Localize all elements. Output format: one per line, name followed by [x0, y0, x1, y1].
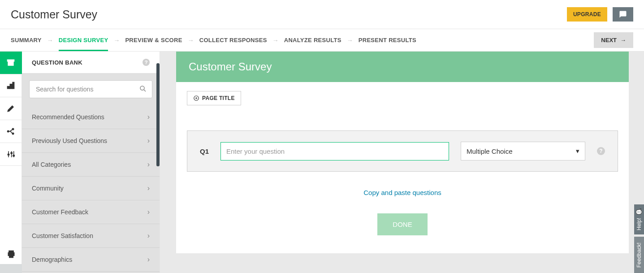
- cat-customer-satisfaction[interactable]: Customer Satisfaction›: [22, 224, 160, 248]
- nav-present-results[interactable]: PRESENT RESULTS: [359, 37, 416, 43]
- done-button[interactable]: DONE: [377, 213, 427, 235]
- survey-banner: Customer Survey: [176, 52, 629, 82]
- rail-question-bank[interactable]: [0, 52, 22, 74]
- svg-point-5: [12, 128, 13, 130]
- blocks-icon: [6, 81, 15, 90]
- chevron-right-icon: ›: [147, 184, 150, 192]
- svg-rect-0: [8, 60, 14, 61]
- rail-options[interactable]: [0, 143, 22, 165]
- cat-customer-feedback[interactable]: Customer Feedback›: [22, 200, 160, 224]
- svg-point-10: [140, 86, 144, 90]
- next-label: NEXT: [601, 37, 617, 43]
- question-text-input[interactable]: [220, 142, 449, 160]
- header-actions: UPGRADE: [567, 7, 633, 22]
- cat-label: Previously Used Questions: [32, 137, 107, 144]
- chevron-right-icon: ›: [147, 160, 150, 169]
- sidebar-title: QUESTION BANK: [32, 59, 82, 66]
- chevron-right-icon: ›: [147, 256, 150, 264]
- question-number: Q1: [200, 147, 209, 155]
- caret-down-icon: ▾: [576, 147, 579, 155]
- chat-icon: [618, 10, 627, 18]
- svg-point-6: [12, 133, 13, 134]
- nav-preview-score[interactable]: PREVIEW & SCORE: [125, 37, 182, 43]
- cat-all[interactable]: All Categories›: [22, 153, 160, 177]
- workflow-nav: SUMMARY → DESIGN SURVEY → PREVIEW & SCOR…: [0, 29, 644, 52]
- sidebar-header: QUESTION BANK ?: [22, 52, 160, 73]
- cat-label: Demographics: [32, 256, 72, 263]
- svg-rect-9: [9, 255, 13, 258]
- nav-summary[interactable]: SUMMARY: [11, 37, 42, 43]
- cat-previously-used[interactable]: Previously Used Questions›: [22, 129, 160, 153]
- tool-rail: [0, 52, 22, 273]
- rail-collapse-tab[interactable]: [0, 264, 22, 273]
- help-icon[interactable]: ?: [143, 59, 150, 66]
- question-type-select[interactable]: Multiple Choice ▾: [461, 142, 585, 160]
- chevron-right-icon: →: [347, 37, 353, 44]
- search-icon: [139, 85, 147, 95]
- cat-label: Customer Feedback: [32, 208, 88, 216]
- chevron-right-icon: ›: [147, 208, 150, 216]
- chevron-right-icon: ›: [147, 113, 150, 121]
- app-header: Customer Survey UPGRADE: [0, 0, 644, 29]
- print-icon: [7, 250, 16, 259]
- survey-page: PAGE TITLE Q1 Multiple Choice ▾ ? Copy a…: [176, 82, 629, 253]
- svg-rect-1: [8, 87, 10, 89]
- chevron-right-icon: →: [113, 37, 120, 44]
- pencil-icon: [6, 104, 15, 113]
- nav-analyze-results[interactable]: ANALYZE RESULTS: [284, 37, 341, 43]
- cat-label: Recommended Questions: [32, 113, 104, 121]
- archive-icon: [6, 58, 15, 67]
- search-input[interactable]: [29, 80, 152, 98]
- svg-point-4: [8, 130, 9, 132]
- design-canvas: Customer Survey PAGE TITLE Q1 Multiple C…: [176, 52, 629, 253]
- design-canvas-wrap: Customer Survey PAGE TITLE Q1 Multiple C…: [160, 52, 644, 273]
- chevron-right-icon: →: [188, 37, 194, 44]
- question-card: Q1 Multiple Choice ▾ ?: [187, 130, 618, 172]
- rail-builder[interactable]: [0, 74, 22, 97]
- chevron-right-icon: →: [272, 37, 279, 44]
- question-help-icon[interactable]: ?: [597, 147, 605, 155]
- page-title-label: PAGE TITLE: [202, 95, 235, 101]
- page-title-button[interactable]: PAGE TITLE: [187, 91, 241, 105]
- rail-logic[interactable]: [0, 120, 22, 143]
- sidebar-scrollbar[interactable]: [156, 63, 160, 166]
- feedback-tab-label: Feedback!: [636, 242, 642, 267]
- svg-rect-3: [13, 82, 14, 89]
- question-bank-sidebar: QUESTION BANK ? Recommended Questions› P…: [22, 52, 160, 273]
- chevron-right-icon: ›: [147, 232, 150, 240]
- sliders-icon: [6, 150, 15, 159]
- help-tab-label: Help!: [636, 218, 642, 230]
- chat-icon: 💬: [636, 208, 642, 215]
- cat-label: Community: [32, 185, 64, 192]
- chevron-right-icon: ›: [147, 137, 150, 145]
- chevron-right-icon: →: [47, 37, 53, 44]
- cat-label: Customer Satisfaction: [32, 232, 93, 239]
- plus-circle-icon: [193, 95, 199, 101]
- help-tab[interactable]: Help! 💬: [634, 204, 644, 234]
- category-list: Recommended Questions› Previously Used Q…: [22, 105, 160, 273]
- sidebar-search-area: [22, 73, 160, 105]
- branch-icon: [6, 127, 15, 136]
- question-type-value: Multiple Choice: [467, 147, 513, 155]
- nav-design-survey[interactable]: DESIGN SURVEY: [59, 30, 108, 51]
- copy-paste-link[interactable]: Copy and paste questions: [187, 189, 618, 196]
- svg-rect-2: [10, 84, 12, 89]
- arrow-right-icon: →: [620, 37, 626, 43]
- cat-demographics[interactable]: Demographics›: [22, 248, 160, 272]
- chat-button[interactable]: [613, 7, 633, 22]
- rail-print[interactable]: [0, 244, 22, 264]
- feedback-tab[interactable]: Feedback!: [634, 237, 644, 273]
- cat-recommended[interactable]: Recommended Questions›: [22, 105, 160, 129]
- cat-community[interactable]: Community›: [22, 177, 160, 200]
- nav-collect-responses[interactable]: COLLECT RESPONSES: [199, 37, 267, 43]
- survey-title: Customer Survey: [11, 8, 97, 21]
- cat-label: All Categories: [32, 161, 71, 168]
- upgrade-button[interactable]: UPGRADE: [567, 7, 607, 22]
- workflow-steps: SUMMARY → DESIGN SURVEY → PREVIEW & SCOR…: [11, 30, 416, 51]
- next-button[interactable]: NEXT →: [594, 32, 633, 48]
- rail-appearance[interactable]: [0, 97, 22, 120]
